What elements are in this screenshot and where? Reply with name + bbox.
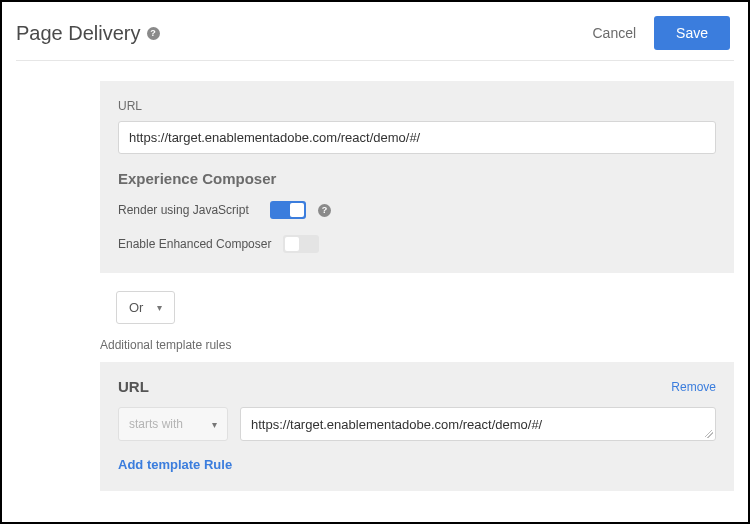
match-type-select[interactable]: starts with ▾ xyxy=(118,407,228,441)
match-type-value: starts with xyxy=(129,417,183,431)
help-icon[interactable]: ? xyxy=(147,27,160,40)
url-panel: URL Experience Composer Render using Jav… xyxy=(100,81,734,273)
chevron-down-icon: ▾ xyxy=(212,419,217,430)
add-template-rule-button[interactable]: Add template Rule xyxy=(118,457,232,472)
cancel-button[interactable]: Cancel xyxy=(592,25,636,41)
additional-rules-heading: Additional template rules xyxy=(100,338,734,352)
help-icon[interactable]: ? xyxy=(318,204,331,217)
chevron-down-icon: ▾ xyxy=(157,302,162,313)
rule-url-input[interactable] xyxy=(240,407,716,441)
operator-value: Or xyxy=(129,300,143,315)
operator-select[interactable]: Or ▾ xyxy=(116,291,175,324)
url-input[interactable] xyxy=(118,121,716,154)
rule-title: URL xyxy=(118,378,149,395)
render-js-label: Render using JavaScript xyxy=(118,203,258,217)
save-button[interactable]: Save xyxy=(654,16,730,50)
enhanced-composer-label: Enable Enhanced Composer xyxy=(118,237,271,251)
rule-panel: URL Remove starts with ▾ Add template Ru… xyxy=(100,362,734,491)
url-label: URL xyxy=(118,99,716,113)
composer-title: Experience Composer xyxy=(118,170,716,187)
remove-rule-button[interactable]: Remove xyxy=(671,380,716,394)
page-title: Page Delivery xyxy=(16,22,141,45)
render-js-toggle[interactable] xyxy=(270,201,306,219)
enhanced-composer-toggle[interactable] xyxy=(283,235,319,253)
